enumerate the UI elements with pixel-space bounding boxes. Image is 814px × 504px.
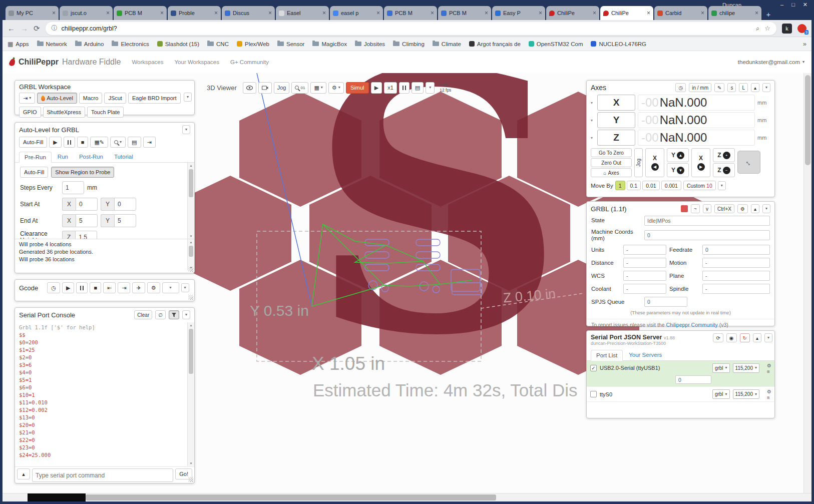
search-icon[interactable]: ⌕ [756, 25, 759, 33]
browser-tab[interactable]: ChiliPe× [600, 6, 653, 20]
autolevel-status-scrollbar[interactable]: ▴ ▾ [187, 239, 194, 270]
axis-letter-button[interactable]: Y [597, 112, 635, 128]
axes-units-toggle[interactable]: in / mm [689, 83, 711, 92]
move-by-custom-button[interactable]: Custom10 [683, 181, 716, 190]
start-x-input[interactable] [76, 198, 98, 211]
scroll-down-icon[interactable]: ▾ [188, 233, 194, 239]
bookmark-item[interactable]: ▦Apps [8, 41, 29, 47]
tab-close-icon[interactable]: × [106, 10, 110, 16]
console-block-button[interactable]: ∅ [155, 310, 166, 319]
browser-tab[interactable]: Proble× [168, 6, 221, 20]
axis-letter-button[interactable]: Z [597, 130, 635, 146]
scroll-down-icon[interactable]: ▾ [188, 460, 194, 466]
console-scrollbar[interactable]: ▴ ▾ [187, 322, 194, 466]
tab-close-icon[interactable]: × [268, 10, 272, 16]
tab-close-icon[interactable]: × [485, 10, 488, 16]
bookmark-item[interactable]: Jobsites [355, 41, 385, 47]
forward-icon[interactable]: → [21, 24, 28, 33]
resize-grip[interactable] [188, 477, 193, 482]
nav-gplus-community[interactable]: G+ Community [230, 59, 269, 65]
browser-tab[interactable]: My PC× [6, 6, 59, 20]
tab-close-icon[interactable]: × [647, 10, 650, 16]
browser-tab[interactable]: Discus× [222, 6, 275, 20]
gear-icon[interactable]: ⚙ [767, 363, 771, 368]
tab-pre-run[interactable]: Pre-Run [19, 152, 52, 163]
zoom-preset-button[interactable]: 01 [291, 82, 308, 94]
gcode-history-button[interactable]: ◷ [47, 282, 60, 293]
grbl-settings-button[interactable]: ⚙ [737, 204, 748, 213]
workspace-collapse-button[interactable]: ▾ [184, 93, 192, 102]
browser-tab[interactable]: Easy P× [492, 6, 545, 20]
console-filter-button[interactable] [169, 310, 179, 319]
gcode-dropdown-button[interactable]: ▾ [181, 283, 189, 292]
close-button[interactable]: ✕ [803, 2, 807, 8]
scroll-up-icon[interactable]: ▴ [188, 239, 194, 245]
speed-button[interactable]: x1 [384, 82, 397, 94]
browser-tab[interactable]: PCB M× [384, 6, 437, 20]
goto-zero-button[interactable]: Go To Zero [591, 148, 632, 157]
bookmark-item[interactable]: OpenSTM32 Com [529, 41, 583, 47]
user-menu[interactable]: thedunkster@gmail.com ▾ [738, 59, 804, 65]
tab-close-icon[interactable]: × [431, 10, 434, 16]
axes-home-button[interactable]: ⌂ Axes [591, 168, 632, 177]
tab-close-icon[interactable]: × [376, 10, 380, 16]
workspace-menu-button[interactable]: ⇥▾ [19, 93, 35, 104]
axes-large-button[interactable]: L [739, 83, 748, 92]
bookmark-item[interactable]: NUCLEO-L476RG [591, 41, 646, 47]
gcode-step-forward-button[interactable]: ⇥ [118, 282, 130, 293]
buffer-select[interactable]: grbl▾ [712, 363, 730, 373]
param-input-feedrate[interactable] [702, 245, 770, 255]
move-by-option-1[interactable]: 1 [615, 181, 625, 190]
bookmark-item[interactable]: Sensor [277, 41, 304, 47]
eye-icon[interactable] [243, 82, 256, 94]
chevron-down-icon[interactable]: ▾ [591, 101, 595, 105]
grbl-alarm-icon[interactable] [681, 205, 688, 212]
browser-tab[interactable]: PCB M× [438, 6, 491, 20]
back-icon[interactable]: ← [8, 24, 15, 33]
clearance-z-input[interactable] [75, 231, 97, 239]
start-y-input[interactable] [114, 198, 136, 211]
state-input[interactable] [644, 216, 770, 226]
community-link[interactable]: Chilipeppr Community [666, 322, 717, 328]
bookmark-item[interactable]: MagicBox [312, 41, 347, 47]
bookmark-item[interactable]: Climbing [393, 41, 425, 47]
spjs-reconnect-button[interactable]: ↻ [740, 333, 750, 342]
tab-close-icon[interactable]: × [160, 10, 164, 16]
log-icon[interactable]: ≡ [767, 369, 771, 374]
param-input-motion[interactable] [702, 258, 770, 268]
port-row[interactable]: ✓USB2.0-Serial (ttyUSB1)grbl▾115,200▾⚙≡ [587, 361, 774, 387]
browser-tab[interactable]: easel p× [330, 6, 383, 20]
scrollbar-thumb[interactable] [86, 494, 496, 500]
grbl-softreset-button[interactable]: Ctrl+X [714, 204, 734, 213]
resize-grip[interactable] [188, 267, 193, 272]
trackpad-jog-button[interactable]: ↔ [737, 151, 760, 174]
probe-list-button[interactable]: ▤ [128, 137, 141, 148]
jog-x-plus-button[interactable]: X▶ [691, 148, 710, 177]
console-history-button[interactable]: ▴ [17, 468, 30, 479]
axes-history-button[interactable]: ◷ [675, 83, 686, 92]
port-extra-input[interactable] [675, 375, 711, 384]
workspace-button-eagle-brd-import[interactable]: Eagle BRD Import [128, 93, 181, 104]
buffer-select[interactable]: grbl▾ [712, 389, 730, 399]
play-button[interactable]: ▶ [371, 82, 382, 94]
nav-your-workspaces[interactable]: Your Workspaces [174, 59, 219, 65]
extension-badge-icon[interactable]: 3 [797, 24, 806, 33]
jog-button[interactable]: Jog [274, 82, 290, 94]
tab-your-servers[interactable]: Your Servers [624, 350, 667, 360]
tab-close-icon[interactable]: × [593, 10, 596, 16]
grbl-resume-button[interactable]: v [703, 204, 711, 213]
param-input-wcs[interactable] [623, 271, 666, 281]
bookmark-item[interactable]: CNC [207, 41, 229, 47]
jog-z-plus-button[interactable]: Z+ [713, 148, 735, 162]
show-region-button[interactable]: Show Region to Probe [51, 167, 114, 178]
tab-post-run[interactable]: Post-Run [74, 152, 108, 162]
browser-tab[interactable]: PCB M× [114, 6, 167, 20]
browser-tab[interactable]: ChiliPe× [546, 6, 599, 20]
end-x-input[interactable] [76, 214, 98, 227]
tab-close-icon[interactable]: × [322, 10, 326, 16]
workspace-button-auto-level[interactable]: Auto-Level [37, 93, 77, 104]
autolevel-zoom-button[interactable]: ▾ [110, 137, 126, 148]
gcode-pause-button[interactable] [76, 282, 88, 293]
browser-tab[interactable]: chilipe× [708, 6, 761, 20]
autolevel-play-button[interactable]: ▶ [49, 137, 61, 148]
